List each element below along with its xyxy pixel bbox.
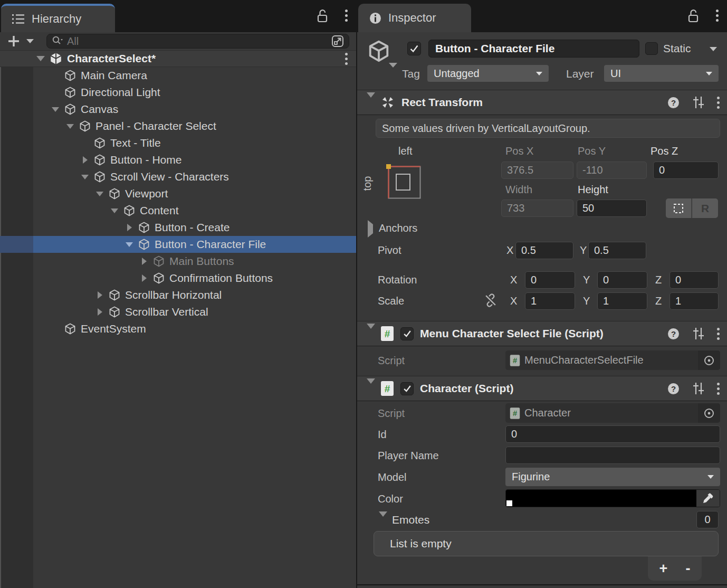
gameobject-cube-icon — [152, 272, 165, 284]
scale-z-field[interactable]: 1 — [669, 292, 719, 310]
tab-hierarchy[interactable]: Hierarchy — [1, 4, 115, 32]
help-icon[interactable]: ? — [667, 382, 680, 395]
expander-expanded[interactable] — [94, 192, 105, 196]
list-add-button[interactable]: + — [659, 561, 668, 577]
static-dropdown-caret[interactable] — [710, 47, 717, 51]
expander-collapsed[interactable] — [80, 156, 90, 164]
character-script-expander[interactable] — [367, 384, 375, 393]
tree-row[interactable]: Main Camera — [0, 67, 356, 84]
active-checkbox[interactable] — [407, 42, 421, 55]
expander-expanded[interactable] — [50, 107, 61, 112]
character-script-enabled-checkbox[interactable] — [400, 382, 414, 395]
expander-expanded[interactable] — [124, 242, 135, 247]
menu-script-menu-icon[interactable] — [717, 328, 720, 340]
id-field[interactable]: 0 — [505, 425, 720, 443]
presets-icon[interactable] — [692, 327, 705, 340]
model-dropdown[interactable]: Figurine — [505, 468, 720, 486]
object-picker-icon[interactable] — [698, 350, 720, 370]
menu-script-expander[interactable] — [367, 329, 375, 338]
help-icon[interactable]: ? — [667, 327, 680, 340]
rotation-x-field[interactable]: 0 — [525, 271, 575, 289]
tree-row[interactable]: Button - Character File — [0, 236, 356, 253]
presets-icon[interactable] — [692, 96, 705, 109]
rotation-y-field[interactable]: 0 — [597, 271, 647, 289]
rotation-z-field[interactable]: 0 — [669, 271, 719, 289]
tree-row[interactable]: Directional Light — [0, 84, 356, 101]
menu-script-object-field[interactable]: # MenuCharacterSelectFile — [505, 350, 720, 370]
tree-row[interactable]: EventSystem — [0, 320, 356, 337]
color-field[interactable] — [505, 489, 720, 507]
tree-row[interactable]: Canvas — [0, 101, 356, 118]
tab-inspector[interactable]: Inspector — [358, 4, 471, 32]
pos-y-field[interactable]: -110 — [577, 162, 647, 179]
tree-row[interactable]: Text - Title — [0, 135, 356, 151]
color-swatch[interactable] — [506, 490, 696, 507]
pos-z-field[interactable]: 0 — [653, 162, 719, 179]
expander-collapsed[interactable] — [139, 274, 149, 282]
static-checkbox[interactable] — [645, 42, 658, 55]
create-add-icon[interactable] — [6, 34, 21, 49]
scene-menu-icon[interactable] — [345, 53, 348, 65]
gameobject-icon-caret[interactable] — [389, 63, 397, 68]
help-icon[interactable]: ? — [667, 96, 680, 109]
scene-expander[interactable] — [35, 56, 46, 61]
emotes-expander[interactable] — [379, 517, 387, 526]
expander-expanded[interactable] — [65, 124, 75, 129]
search-input[interactable]: All — [46, 34, 349, 49]
tree-row[interactable]: Button - Create — [0, 219, 356, 236]
scale-x-field[interactable]: 1 — [525, 292, 575, 310]
object-picker-icon[interactable] — [698, 403, 720, 423]
gameobject-cube-icon[interactable] — [367, 39, 391, 63]
expander-expanded[interactable] — [80, 175, 90, 179]
scene-header-row[interactable]: CharacterSelect* — [0, 50, 356, 67]
tree-row[interactable]: Viewport — [0, 185, 356, 202]
scale-y-field[interactable]: 1 — [597, 292, 647, 310]
expander-collapsed[interactable] — [94, 308, 105, 316]
anchor-preset-widget[interactable] — [386, 164, 423, 201]
tree-row[interactable]: Panel - Character Select — [0, 118, 356, 135]
menu-script-header[interactable]: # Menu Character Select File (Script) ? — [357, 321, 727, 346]
blueprint-mode-button[interactable] — [666, 198, 692, 218]
player-name-field[interactable] — [505, 447, 720, 464]
list-remove-button[interactable]: - — [685, 561, 690, 577]
eyedropper-button[interactable] — [696, 490, 720, 507]
inspector-lock-icon[interactable] — [687, 9, 700, 25]
rect-transform-menu-icon[interactable] — [717, 97, 720, 109]
hierarchy-menu-icon[interactable] — [345, 10, 348, 22]
anchors-expander[interactable] — [368, 224, 373, 234]
create-dropdown-caret[interactable] — [26, 39, 34, 43]
tree-row[interactable]: Content — [0, 202, 356, 219]
constrain-proportions-icon[interactable] — [484, 293, 498, 307]
lock-icon[interactable] — [316, 9, 329, 25]
tree-row[interactable]: Scroll View - Characters — [0, 168, 356, 185]
character-script-object-field[interactable]: # Character — [505, 403, 720, 423]
expander-collapsed[interactable] — [94, 291, 105, 299]
character-script-menu-icon[interactable] — [717, 383, 720, 395]
character-script-header[interactable]: # Character (Script) ? — [357, 376, 727, 401]
inspector-menu-icon[interactable] — [716, 10, 719, 22]
emotes-count-field[interactable]: 0 — [696, 511, 719, 528]
raw-edit-button[interactable]: R — [692, 198, 718, 218]
tree-row[interactable]: Confirmation Buttons — [0, 270, 356, 287]
tree-row[interactable]: Scrollbar Vertical — [0, 304, 356, 320]
width-field[interactable]: 733 — [501, 200, 573, 217]
pivot-x-field[interactable]: 0.5 — [515, 242, 573, 259]
presets-icon[interactable] — [692, 382, 705, 395]
expander-expanded[interactable] — [109, 208, 120, 213]
layer-dropdown[interactable]: UI — [604, 65, 719, 82]
driven-values-helpbox: Some values driven by VerticalLayoutGrou… — [376, 119, 720, 138]
pivot-y-field[interactable]: 0.5 — [588, 242, 646, 259]
pos-x-field[interactable]: 376.5 — [501, 162, 573, 179]
open-search-window-icon[interactable] — [331, 34, 345, 48]
rect-transform-header[interactable]: Rect Transform ? — [357, 90, 727, 115]
height-field[interactable]: 50 — [577, 200, 647, 217]
menu-script-enabled-checkbox[interactable] — [400, 327, 414, 340]
tree-row[interactable]: Scrollbar Horizontal — [0, 287, 356, 304]
expander-collapsed[interactable] — [124, 224, 135, 231]
rect-transform-expander[interactable] — [367, 98, 375, 107]
tree-row[interactable]: Main Buttons — [0, 253, 356, 270]
tree-row[interactable]: Button - Home — [0, 151, 356, 168]
tag-dropdown[interactable]: Untagged — [427, 65, 549, 82]
expander-collapsed[interactable] — [139, 258, 149, 265]
gameobject-name-field[interactable]: Button - Character File — [428, 40, 639, 58]
